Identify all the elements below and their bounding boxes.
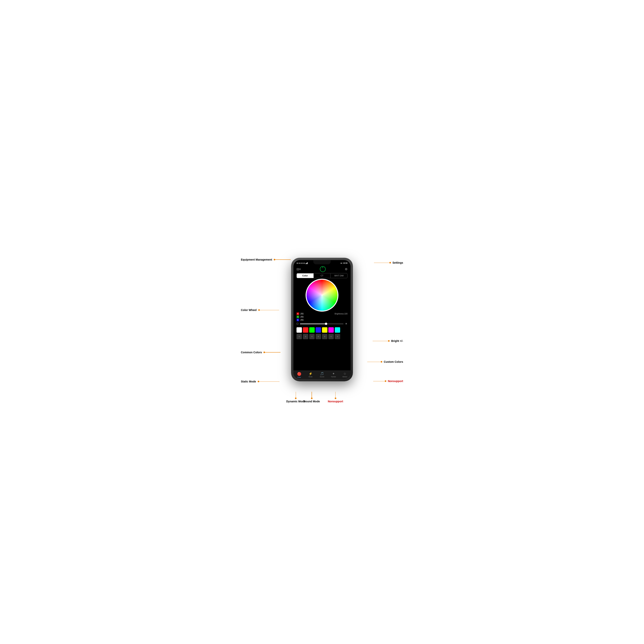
rgb-b-row: B 255 (293, 318, 351, 321)
custom-colors-row: + + + + + + + (293, 333, 351, 340)
dynamic-mode-dot (295, 398, 297, 399)
custom-colors-dot (381, 361, 382, 363)
tab-ct[interactable]: CT (314, 273, 331, 278)
nav-sound-label: Sound (320, 376, 324, 378)
g-value: 255 (300, 316, 304, 318)
equipment-management-icon[interactable]: ⊟≡ (297, 267, 301, 271)
nonsupport-bottom-dot (335, 398, 336, 399)
color-nav-icon: 🔴 (297, 372, 301, 376)
sound-mode-label: Sound Mode (304, 400, 320, 403)
signal-bars (306, 262, 308, 264)
annotation-equipment: Equipment Management (241, 258, 291, 261)
top-bar: ⊟≡ ⚙ (293, 265, 351, 273)
mode-nav-icon: ⚡ (309, 372, 313, 376)
tab-color[interactable]: Color (297, 273, 314, 278)
color-wheel[interactable]: ⊕ (307, 280, 337, 311)
nav-twinkle[interactable]: ✦ Twinkle (328, 372, 339, 378)
annotation-static-mode: Static Mode (241, 380, 280, 383)
annotation-nonsupport-right: Nonsupport (373, 380, 403, 383)
common-colors-line (265, 352, 280, 353)
color-green[interactable] (309, 327, 315, 333)
equipment-line (275, 259, 291, 260)
equipment-dot (274, 259, 275, 260)
colorwheel-label: Color Wheel (241, 308, 257, 312)
nav-meteor-label: Meteor (342, 376, 347, 378)
battery-text: 82 (341, 262, 342, 264)
meteor-nav-icon: ☆ (343, 372, 346, 376)
brightness-min-icon (297, 323, 298, 325)
custom-slot-2[interactable]: + (303, 334, 308, 339)
b-value: 255 (300, 319, 304, 321)
tab-wht-dim[interactable]: WHT DIM (330, 273, 347, 278)
annotation-settings: Settings (374, 261, 403, 264)
crosshair-icon: ⊕ (321, 294, 323, 297)
brightness-label: Brightness:100 (335, 313, 347, 315)
color-white[interactable] (297, 327, 302, 333)
status-bar-left: HD 4G 4G 4G (297, 262, 308, 264)
sound-mode-vline (312, 392, 312, 398)
nav-sound[interactable]: 🎵 Sound (316, 372, 328, 378)
nav-color[interactable]: 🔴 Color (293, 372, 305, 378)
nav-twinkle-label: Twinkle (331, 376, 336, 378)
custom-slot-6[interactable]: + (328, 334, 334, 339)
settings-icon[interactable]: ⚙ (345, 267, 347, 271)
settings-label: Settings (393, 261, 403, 264)
annotation-custom-colors: Custom Colors (367, 360, 403, 364)
nonsupport-right-line (373, 381, 385, 381)
annotation-nonsupport-bottom: Nonsupport (328, 392, 343, 403)
annotation-common-colors: Common Colors (241, 351, 280, 354)
carrier-text: HD 4G 4G 4G (297, 263, 305, 264)
sound-nav-icon: 🎵 (320, 372, 324, 376)
twinkle-nav-icon: ✦ (332, 372, 335, 376)
custom-slot-3[interactable]: + (309, 334, 315, 339)
static-mode-line (259, 381, 280, 382)
custom-slot-7[interactable]: + (335, 334, 340, 339)
dynamic-mode-vline (296, 392, 296, 398)
color-magenta[interactable] (328, 327, 334, 333)
brightness-row: ☀ (293, 321, 351, 326)
color-wheel-container: ⊕ (297, 280, 347, 311)
common-colors-row (293, 326, 351, 333)
static-mode-dot (258, 381, 259, 382)
custom-slot-4[interactable]: + (316, 334, 321, 339)
common-colors-dot (263, 352, 265, 353)
nav-color-label: Color (297, 376, 301, 378)
settings-dot (389, 262, 391, 263)
static-mode-label: Static Mode (241, 380, 256, 383)
bright-label: Bright +/- (391, 339, 403, 343)
phone-notch (313, 260, 331, 264)
nav-meteor[interactable]: ☆ Meteor (339, 372, 351, 378)
brightness-slider[interactable] (300, 324, 343, 324)
nav-mode[interactable]: ⚡ Mode (305, 372, 316, 378)
r-label: R (297, 312, 299, 315)
color-cyan[interactable] (335, 327, 340, 333)
custom-slot-5[interactable]: + (322, 334, 327, 339)
color-blue[interactable] (316, 327, 321, 333)
dynamic-mode-label: Dynamic Mode (286, 400, 305, 403)
slider-thumb[interactable] (325, 323, 327, 325)
nav-mode-label: Mode (309, 376, 313, 378)
brightness-max-icon: ☀ (345, 322, 347, 325)
custom-colors-line (367, 362, 381, 362)
bright-dot (388, 340, 390, 342)
slider-fill (300, 324, 326, 324)
custom-slot-1[interactable]: + (297, 334, 302, 339)
annotation-colorwheel: Color Wheel (241, 308, 279, 312)
nonsupport-bottom-vline (335, 392, 336, 398)
colorwheel-line (260, 310, 279, 310)
color-yellow[interactable] (322, 327, 327, 333)
custom-colors-label: Custom Colors (384, 360, 403, 364)
color-red[interactable] (303, 327, 308, 333)
g-label: G (297, 315, 299, 318)
phone-screen: HD 4G 4G 4G 82 15:55 (293, 260, 351, 379)
b-label: B (297, 319, 299, 321)
nonsupport-right-dot (385, 380, 386, 382)
status-bar-right: 82 15:55 (341, 262, 347, 264)
equipment-label: Equipment Management (241, 258, 272, 261)
sound-mode-dot (311, 398, 313, 399)
power-button[interactable] (320, 266, 326, 272)
colorwheel-dot (258, 309, 260, 311)
bottom-nav: 🔴 Color ⚡ Mode 🎵 Sound ✦ Twinkle (293, 370, 351, 379)
phone-outer: HD 4G 4G 4G 82 15:55 (291, 258, 353, 381)
r-value: 255 (300, 313, 304, 315)
